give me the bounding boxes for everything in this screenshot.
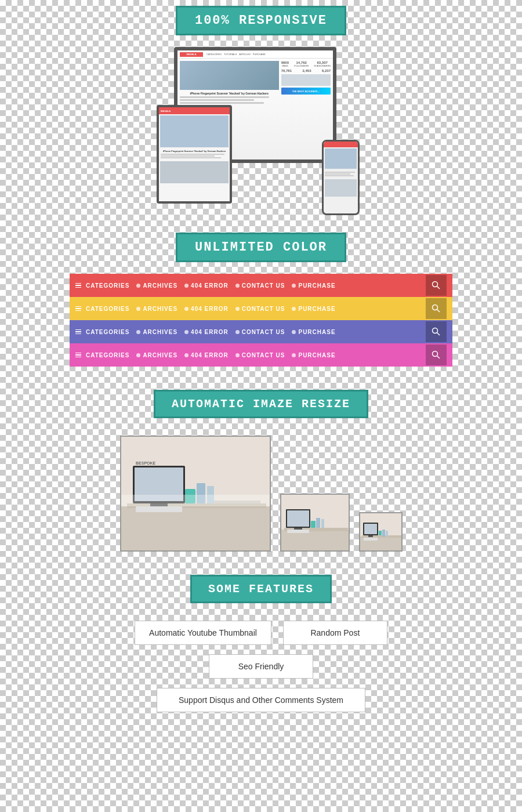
dot-icon [136, 330, 140, 334]
navbar-red: CATEGORIES ARCHIVES 404 ERROR CONTACT US… [70, 274, 452, 297]
small-image-demo [359, 512, 403, 552]
svg-rect-40 [379, 531, 382, 535]
navbar-item: PURCHASE [292, 306, 335, 312]
features-badge: Some Features [190, 575, 332, 603]
navbar-item: CONTACT US [235, 282, 285, 289]
svg-rect-39 [386, 531, 388, 536]
dot-icon [184, 307, 188, 311]
feature-disqus: Support Disqus and Other Comments System [157, 688, 365, 712]
svg-point-2 [433, 305, 438, 310]
dot-icon [292, 307, 296, 311]
dot-icon [235, 353, 240, 357]
svg-rect-27 [287, 530, 309, 533]
svg-rect-14 [136, 506, 182, 512]
image-resize-badge: Automatic ImazE Resize [154, 390, 368, 418]
dot-icon [235, 284, 240, 288]
features-row-3: Support Disqus and Other Comments System [157, 688, 365, 712]
svg-line-3 [437, 310, 440, 313]
navbar-item: CATEGORIES [75, 352, 129, 358]
responsive-badge: 100% Responsive [176, 6, 346, 35]
feature-seo-friendly: Seo Friendly [209, 654, 313, 679]
dot-icon [235, 330, 240, 334]
svg-rect-37 [364, 538, 378, 541]
feature-youtube-thumbnail: Automatic Youtube Thumbnail [135, 621, 271, 645]
navbar-item: ARCHIVES [136, 352, 177, 358]
hamburger-icon [75, 329, 81, 335]
navbar-item: ARCHIVES [136, 306, 177, 312]
navbar-blue: CATEGORIES ARCHIVES 404 ERROR CONTACT US… [70, 320, 452, 343]
svg-rect-9 [121, 506, 271, 552]
navbar-item: PURCHASE [292, 329, 335, 335]
svg-point-4 [433, 328, 438, 334]
dot-icon [136, 307, 140, 311]
svg-line-5 [437, 333, 440, 336]
dot-icon [184, 353, 188, 357]
dot-icon [235, 307, 240, 311]
hamburger-icon [75, 283, 81, 288]
navbar-item: CONTACT US [235, 329, 285, 335]
svg-rect-29 [321, 519, 324, 528]
hamburger-icon [75, 306, 81, 311]
navbar-item: 404 ERROR [184, 282, 229, 289]
color-navbars: CATEGORIES ARCHIVES 404 ERROR CONTACT US… [70, 274, 452, 367]
navbar-yellow: CATEGORIES ARCHIVES 404 ERROR CONTACT US… [70, 297, 452, 320]
navbar-items-pink: CATEGORIES ARCHIVES 404 ERROR CONTACT US… [75, 352, 426, 358]
svg-rect-26 [294, 528, 302, 530]
search-button[interactable] [426, 321, 447, 342]
features-row-2: Seo Friendly [209, 654, 313, 679]
dot-icon [184, 284, 188, 288]
svg-line-7 [437, 356, 440, 359]
section-responsive: 100% Responsive MASALA CATEGORIES TUTORI… [0, 0, 522, 215]
navbar-items-red: CATEGORIES ARCHIVES 404 ERROR CONTACT US… [75, 282, 426, 289]
svg-rect-19 [121, 495, 271, 506]
navbar-item: CONTACT US [235, 352, 285, 358]
navbar-item: CATEGORIES [75, 306, 129, 312]
dot-icon [292, 353, 296, 357]
svg-rect-38 [382, 530, 385, 536]
svg-rect-30 [311, 521, 316, 528]
medium-image-demo [280, 494, 350, 552]
svg-text:BESPOKE: BESPOKE [136, 461, 156, 465]
search-button[interactable] [426, 345, 447, 365]
mockup-nav-items: CATEGORIES TUTORIALS ARTICLES PURCHASE [206, 53, 266, 56]
navbar-pink: CATEGORIES ARCHIVES 404 ERROR CONTACT US… [70, 343, 452, 367]
navbar-items-yellow: CATEGORIES ARCHIVES 404 ERROR CONTACT US… [75, 306, 426, 312]
navbar-item: 404 ERROR [184, 352, 229, 358]
navbar-item: ARCHIVES [136, 282, 177, 289]
navbar-item: CATEGORIES [75, 329, 129, 335]
search-button[interactable] [426, 275, 447, 296]
svg-rect-36 [368, 535, 373, 537]
svg-point-0 [433, 282, 438, 287]
feature-random-post: Random Post [283, 621, 387, 645]
section-image-resize: Automatic ImazE Resize [0, 390, 522, 552]
navbar-item: ARCHIVES [136, 329, 177, 335]
dot-icon [184, 330, 188, 334]
large-image-demo: BESPOKE [120, 436, 271, 552]
navbar-item: 404 ERROR [184, 329, 229, 335]
navbar-item: CATEGORIES [75, 282, 129, 289]
features-grid: Automatic Youtube Thumbnail Random Post … [0, 621, 522, 712]
dot-icon [136, 284, 140, 288]
navbar-items-blue: CATEGORIES ARCHIVES 404 ERROR CONTACT US… [75, 329, 426, 335]
dot-icon [292, 330, 296, 334]
dot-icon [136, 353, 140, 357]
navbar-item: PURCHASE [292, 352, 335, 358]
section-unlimited: Unlimited Color CATEGORIES ARCHIVES [0, 233, 522, 367]
svg-rect-28 [316, 518, 320, 528]
dot-icon [292, 284, 296, 288]
phone-mockup [322, 140, 360, 215]
features-row-1: Automatic Youtube Thumbnail Random Post [135, 621, 387, 645]
navbar-item: 404 ERROR [184, 306, 229, 312]
svg-point-6 [433, 351, 438, 357]
svg-rect-35 [364, 524, 377, 534]
navbar-item: PURCHASE [292, 282, 335, 289]
unlimited-badge: Unlimited Color [176, 233, 346, 262]
svg-rect-33 [362, 535, 402, 538]
svg-line-1 [437, 287, 440, 289]
search-button[interactable] [426, 298, 447, 319]
navbar-item: CONTACT US [235, 306, 285, 312]
mockup-logo: MASALA [180, 52, 203, 57]
hamburger-icon [75, 353, 81, 358]
tablet-mockup: MASALA iPhone Fingerprint Scanner 'Hacke… [157, 105, 232, 204]
section-features: Some Features Automatic Youtube Thumbnai… [0, 575, 522, 712]
